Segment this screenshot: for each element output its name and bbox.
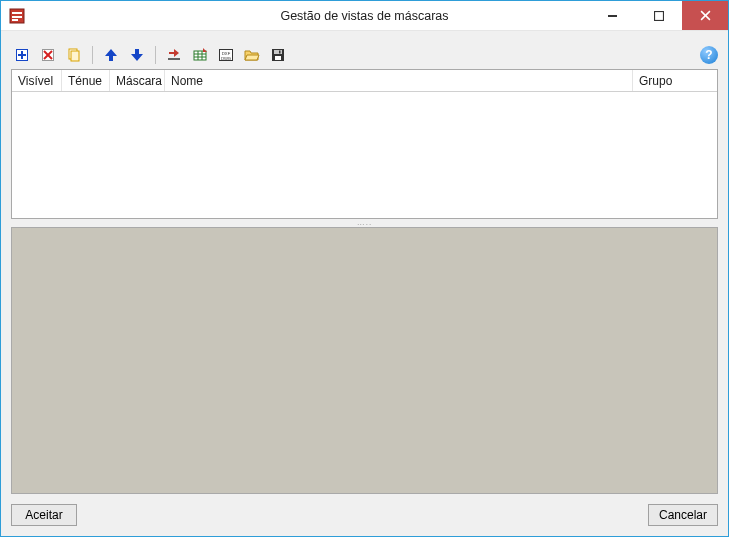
splitter-handle-icon: ….. (357, 220, 372, 226)
svg-text:DWG: DWG (221, 56, 231, 61)
svg-rect-4 (608, 15, 617, 17)
svg-rect-30 (274, 50, 282, 54)
table-body[interactable] (12, 92, 717, 218)
accept-button[interactable]: Aceitar (11, 504, 77, 526)
help-icon[interactable]: ? (700, 46, 718, 64)
svg-marker-17 (131, 49, 143, 61)
export-grid-icon[interactable] (189, 44, 211, 66)
window: Gestão de vistas de máscaras (0, 0, 729, 537)
copy-icon[interactable] (63, 44, 85, 66)
content-area: DXF DWG (1, 31, 728, 536)
add-icon[interactable] (11, 44, 33, 66)
svg-rect-31 (275, 56, 281, 60)
svg-rect-1 (12, 12, 22, 14)
close-button[interactable] (682, 1, 728, 30)
column-header-grupo[interactable]: Grupo (633, 70, 717, 91)
svg-rect-10 (18, 54, 26, 56)
titlebar: Gestão de vistas de máscaras (1, 1, 728, 31)
import-icon[interactable] (163, 44, 185, 66)
move-up-icon[interactable] (100, 44, 122, 66)
open-folder-icon[interactable] (241, 44, 263, 66)
horizontal-splitter[interactable]: ….. (11, 219, 718, 227)
svg-marker-25 (203, 48, 207, 52)
table-panel: Visível Ténue Máscara Nome Grupo (11, 69, 718, 219)
minimize-button[interactable] (590, 1, 636, 30)
toolbar-separator (155, 46, 156, 64)
column-header-tenue[interactable]: Ténue (62, 70, 110, 91)
svg-rect-2 (12, 16, 22, 18)
svg-rect-20 (194, 51, 206, 60)
delete-icon[interactable] (37, 44, 59, 66)
column-header-visivel[interactable]: Visível (12, 70, 62, 91)
svg-rect-3 (12, 19, 18, 21)
svg-rect-15 (71, 51, 79, 61)
dxf-dwg-icon[interactable]: DXF DWG (215, 44, 237, 66)
table-header: Visível Ténue Máscara Nome Grupo (12, 70, 717, 92)
maximize-button[interactable] (636, 1, 682, 30)
svg-rect-5 (655, 11, 664, 20)
button-bar: Aceitar Cancelar (11, 494, 718, 526)
column-header-nome[interactable]: Nome (165, 70, 633, 91)
move-down-icon[interactable] (126, 44, 148, 66)
svg-marker-19 (169, 49, 179, 57)
save-icon[interactable] (267, 44, 289, 66)
svg-marker-16 (105, 49, 117, 61)
cancel-button[interactable]: Cancelar (648, 504, 718, 526)
window-controls (590, 1, 728, 30)
toolbar: DXF DWG (11, 42, 289, 68)
toolbar-row: DXF DWG (11, 41, 718, 69)
app-icon (9, 8, 25, 24)
preview-panel (11, 227, 718, 494)
toolbar-separator (92, 46, 93, 64)
svg-rect-32 (279, 51, 281, 54)
column-header-mascara[interactable]: Máscara (110, 70, 165, 91)
